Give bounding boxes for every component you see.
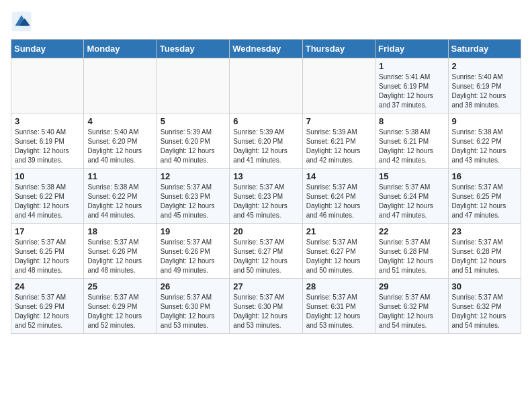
day-cell	[230, 58, 302, 113]
header-thursday: Thursday	[302, 40, 375, 58]
day-info: Sunrise: 5:37 AM Sunset: 6:28 PM Dayligh…	[379, 238, 444, 275]
day-info: Sunrise: 5:37 AM Sunset: 6:27 PM Dayligh…	[233, 238, 298, 275]
day-cell: 20Sunrise: 5:37 AM Sunset: 6:27 PM Dayli…	[230, 224, 302, 279]
day-cell: 23Sunrise: 5:37 AM Sunset: 6:28 PM Dayli…	[448, 224, 521, 279]
day-number: 4	[87, 116, 152, 126]
day-cell: 27Sunrise: 5:37 AM Sunset: 6:30 PM Dayli…	[230, 279, 302, 334]
day-cell: 16Sunrise: 5:37 AM Sunset: 6:25 PM Dayli…	[448, 169, 521, 224]
day-number: 27	[233, 281, 298, 291]
day-cell: 29Sunrise: 5:37 AM Sunset: 6:32 PM Dayli…	[375, 279, 448, 334]
day-number: 11	[87, 171, 152, 181]
day-info: Sunrise: 5:37 AM Sunset: 6:23 PM Dayligh…	[233, 183, 298, 220]
day-cell: 13Sunrise: 5:37 AM Sunset: 6:23 PM Dayli…	[230, 169, 302, 224]
day-info: Sunrise: 5:38 AM Sunset: 6:22 PM Dayligh…	[87, 183, 152, 220]
day-number: 30	[452, 281, 517, 291]
week-row-4: 17Sunrise: 5:37 AM Sunset: 6:25 PM Dayli…	[11, 224, 521, 279]
day-number: 12	[161, 171, 226, 181]
day-cell: 24Sunrise: 5:37 AM Sunset: 6:29 PM Dayli…	[11, 279, 84, 334]
day-cell: 5Sunrise: 5:39 AM Sunset: 6:20 PM Daylig…	[157, 113, 229, 169]
day-info: Sunrise: 5:39 AM Sunset: 6:20 PM Dayligh…	[161, 128, 226, 165]
day-info: Sunrise: 5:37 AM Sunset: 6:31 PM Dayligh…	[306, 293, 371, 330]
header-sunday: Sunday	[11, 40, 84, 58]
day-info: Sunrise: 5:37 AM Sunset: 6:32 PM Dayligh…	[452, 293, 517, 330]
day-cell	[11, 58, 84, 113]
day-number: 5	[161, 116, 226, 126]
week-row-5: 24Sunrise: 5:37 AM Sunset: 6:29 PM Dayli…	[11, 279, 521, 334]
day-info: Sunrise: 5:37 AM Sunset: 6:30 PM Dayligh…	[233, 293, 298, 330]
calendar-header: SundayMondayTuesdayWednesdayThursdayFrid…	[11, 40, 521, 58]
day-info: Sunrise: 5:39 AM Sunset: 6:21 PM Dayligh…	[306, 128, 371, 165]
day-number: 21	[306, 226, 371, 236]
day-cell: 3Sunrise: 5:40 AM Sunset: 6:19 PM Daylig…	[11, 113, 84, 169]
day-info: Sunrise: 5:37 AM Sunset: 6:32 PM Dayligh…	[379, 293, 444, 330]
day-number: 17	[15, 226, 80, 236]
day-number: 3	[15, 116, 80, 126]
header-monday: Monday	[84, 40, 157, 58]
day-info: Sunrise: 5:40 AM Sunset: 6:19 PM Dayligh…	[15, 128, 80, 165]
day-number: 6	[233, 116, 298, 126]
day-info: Sunrise: 5:37 AM Sunset: 6:25 PM Dayligh…	[15, 238, 80, 275]
day-number: 16	[452, 171, 517, 181]
day-cell: 7Sunrise: 5:39 AM Sunset: 6:21 PM Daylig…	[302, 113, 375, 169]
day-number: 9	[452, 116, 517, 126]
day-number: 10	[15, 171, 80, 181]
week-row-1: 1Sunrise: 5:41 AM Sunset: 6:19 PM Daylig…	[11, 58, 521, 113]
day-number: 22	[379, 226, 444, 236]
day-cell	[84, 58, 157, 113]
day-number: 23	[452, 226, 517, 236]
day-info: Sunrise: 5:37 AM Sunset: 6:28 PM Dayligh…	[452, 238, 517, 275]
day-number: 1	[379, 61, 444, 71]
day-number: 14	[306, 171, 371, 181]
header-wednesday: Wednesday	[230, 40, 302, 58]
day-info: Sunrise: 5:41 AM Sunset: 6:19 PM Dayligh…	[379, 73, 444, 110]
header	[11, 11, 521, 32]
day-cell: 25Sunrise: 5:37 AM Sunset: 6:29 PM Dayli…	[84, 279, 157, 334]
day-info: Sunrise: 5:37 AM Sunset: 6:24 PM Dayligh…	[379, 183, 444, 220]
week-row-2: 3Sunrise: 5:40 AM Sunset: 6:19 PM Daylig…	[11, 113, 521, 169]
header-saturday: Saturday	[448, 40, 521, 58]
day-cell: 17Sunrise: 5:37 AM Sunset: 6:25 PM Dayli…	[11, 224, 84, 279]
day-number: 15	[379, 171, 444, 181]
logo	[11, 11, 36, 32]
day-info: Sunrise: 5:37 AM Sunset: 6:27 PM Dayligh…	[306, 238, 371, 275]
day-cell: 14Sunrise: 5:37 AM Sunset: 6:24 PM Dayli…	[302, 169, 375, 224]
day-cell: 10Sunrise: 5:38 AM Sunset: 6:22 PM Dayli…	[11, 169, 84, 224]
day-info: Sunrise: 5:37 AM Sunset: 6:25 PM Dayligh…	[452, 183, 517, 220]
day-cell: 22Sunrise: 5:37 AM Sunset: 6:28 PM Dayli…	[375, 224, 448, 279]
day-number: 26	[161, 281, 226, 291]
day-cell: 1Sunrise: 5:41 AM Sunset: 6:19 PM Daylig…	[375, 58, 448, 113]
day-cell: 21Sunrise: 5:37 AM Sunset: 6:27 PM Dayli…	[302, 224, 375, 279]
day-number: 7	[306, 116, 371, 126]
day-number: 20	[233, 226, 298, 236]
week-row-3: 10Sunrise: 5:38 AM Sunset: 6:22 PM Dayli…	[11, 169, 521, 224]
day-cell	[157, 58, 229, 113]
day-number: 8	[379, 116, 444, 126]
day-cell: 11Sunrise: 5:38 AM Sunset: 6:22 PM Dayli…	[84, 169, 157, 224]
day-number: 29	[379, 281, 444, 291]
header-row: SundayMondayTuesdayWednesdayThursdayFrid…	[11, 40, 521, 58]
day-number: 2	[452, 61, 517, 71]
day-cell: 12Sunrise: 5:37 AM Sunset: 6:23 PM Dayli…	[157, 169, 229, 224]
day-cell: 28Sunrise: 5:37 AM Sunset: 6:31 PM Dayli…	[302, 279, 375, 334]
day-info: Sunrise: 5:40 AM Sunset: 6:19 PM Dayligh…	[452, 73, 517, 110]
day-cell: 4Sunrise: 5:40 AM Sunset: 6:20 PM Daylig…	[84, 113, 157, 169]
day-cell	[302, 58, 375, 113]
day-info: Sunrise: 5:37 AM Sunset: 6:29 PM Dayligh…	[87, 293, 152, 330]
day-info: Sunrise: 5:38 AM Sunset: 6:22 PM Dayligh…	[15, 183, 80, 220]
day-number: 28	[306, 281, 371, 291]
calendar-body: 1Sunrise: 5:41 AM Sunset: 6:19 PM Daylig…	[11, 58, 521, 334]
day-cell: 26Sunrise: 5:37 AM Sunset: 6:30 PM Dayli…	[157, 279, 229, 334]
day-info: Sunrise: 5:37 AM Sunset: 6:26 PM Dayligh…	[161, 238, 226, 275]
day-cell: 15Sunrise: 5:37 AM Sunset: 6:24 PM Dayli…	[375, 169, 448, 224]
header-tuesday: Tuesday	[157, 40, 229, 58]
day-info: Sunrise: 5:37 AM Sunset: 6:24 PM Dayligh…	[306, 183, 371, 220]
day-number: 24	[15, 281, 80, 291]
day-info: Sunrise: 5:38 AM Sunset: 6:21 PM Dayligh…	[379, 128, 444, 165]
day-cell: 9Sunrise: 5:38 AM Sunset: 6:22 PM Daylig…	[448, 113, 521, 169]
day-info: Sunrise: 5:38 AM Sunset: 6:22 PM Dayligh…	[452, 128, 517, 165]
day-cell: 8Sunrise: 5:38 AM Sunset: 6:21 PM Daylig…	[375, 113, 448, 169]
day-cell: 18Sunrise: 5:37 AM Sunset: 6:26 PM Dayli…	[84, 224, 157, 279]
day-number: 18	[87, 226, 152, 236]
day-info: Sunrise: 5:37 AM Sunset: 6:23 PM Dayligh…	[161, 183, 226, 220]
header-friday: Friday	[375, 40, 448, 58]
